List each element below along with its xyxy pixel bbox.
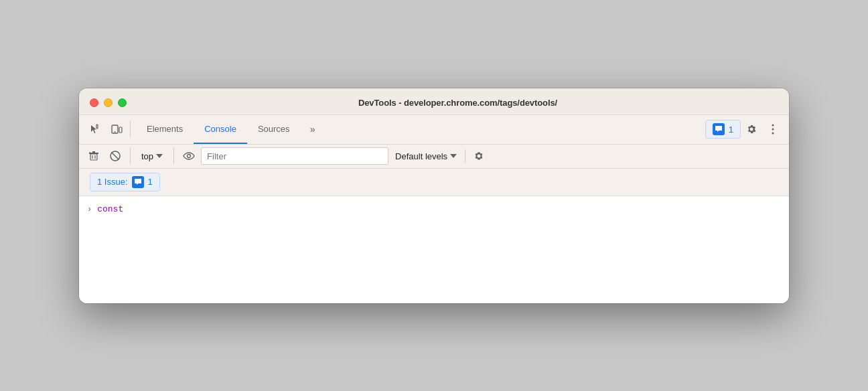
issues-bar: 1 Issue: 1 [79,169,789,196]
devtools-window: DevTools - developer.chrome.com/tags/dev… [79,88,789,303]
console-toolbar-divider-1 [130,148,131,164]
tab-list: Elements Console Sources [136,115,301,144]
filter-input[interactable] [201,147,388,165]
console-line: › const [79,202,789,218]
chat-icon [715,125,723,133]
console-settings-button[interactable] [469,147,488,165]
issues-bar-badge[interactable]: 1 Issue: 1 [90,173,160,191]
svg-point-6 [772,133,774,135]
live-expressions-button[interactable] [179,147,198,165]
console-keyword: const [97,204,123,214]
issues-chat-icon [134,178,142,186]
block-icon [109,150,121,162]
console-toolbar: top Default levels [79,145,789,169]
issues-bar-icon [132,176,144,188]
block-network-button[interactable] [106,147,125,165]
issue-badge-icon [713,123,725,135]
console-toolbar-divider-3 [465,149,465,163]
levels-dropdown-arrow-icon [450,154,457,158]
context-selector[interactable]: top [136,147,168,165]
tab-console[interactable]: Console [194,114,247,144]
svg-line-12 [112,153,119,160]
cursor-icon [89,123,101,135]
more-options-button[interactable] [762,119,784,140]
eye-icon [183,152,195,160]
maximize-button[interactable] [118,98,127,107]
svg-rect-0 [96,125,98,129]
console-toolbar-divider-2 [173,148,174,164]
minimize-button[interactable] [104,98,113,107]
main-toolbar: Elements Console Sources » 1 [79,115,789,145]
expand-chevron[interactable]: › [87,205,92,214]
clear-console-icon [88,151,99,161]
settings-button[interactable] [741,119,762,140]
svg-point-4 [772,125,774,127]
traffic-lights [90,98,127,107]
issue-badge[interactable]: 1 [705,120,741,139]
console-gear-icon [474,151,484,161]
window-title: DevTools - developer.chrome.com/tags/dev… [137,98,778,108]
close-button[interactable] [90,98,98,107]
log-levels-dropdown[interactable]: Default levels [391,147,461,165]
title-bar: DevTools - developer.chrome.com/tags/dev… [79,88,789,115]
svg-rect-2 [119,127,122,133]
tab-elements[interactable]: Elements [136,114,194,144]
dropdown-arrow-icon [156,154,163,158]
gear-icon [745,123,757,135]
svg-point-5 [772,129,774,131]
inspect-icon-button[interactable] [84,119,106,140]
device-icon [111,123,123,135]
device-toolbar-button[interactable] [106,119,127,140]
console-content: › const [79,196,789,303]
toolbar-divider-1 [130,121,131,137]
more-vert-icon [772,123,774,135]
tab-sources[interactable]: Sources [247,114,301,144]
svg-point-13 [188,155,191,158]
clear-console-button[interactable] [84,147,103,165]
more-tabs-button[interactable]: » [303,119,322,140]
svg-rect-8 [90,154,97,160]
